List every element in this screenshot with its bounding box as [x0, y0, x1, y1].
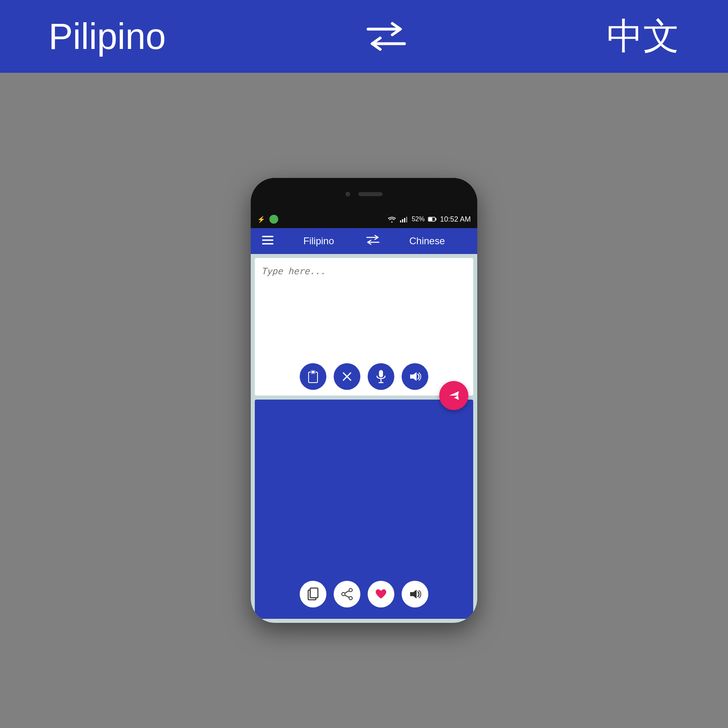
- phone-top-bar: [251, 178, 477, 210]
- svg-rect-11: [262, 243, 273, 245]
- wifi-icon: [387, 216, 396, 223]
- svg-rect-20: [379, 370, 383, 377]
- microphone-button[interactable]: [368, 363, 394, 390]
- output-copy-button[interactable]: [300, 581, 326, 607]
- toolbar-swap-button[interactable]: [361, 233, 385, 250]
- clipboard-button[interactable]: [300, 363, 326, 390]
- status-icons-left: ⚡: [257, 215, 278, 224]
- clear-button[interactable]: [334, 363, 360, 390]
- output-share-button[interactable]: [334, 581, 360, 607]
- source-language-label[interactable]: Filipino: [277, 235, 361, 247]
- send-translate-button[interactable]: [439, 381, 468, 410]
- status-icons-right: 52% 10:52 AM: [387, 215, 471, 224]
- svg-rect-4: [404, 218, 405, 222]
- phone-wrapper: ⚡ 52%: [251, 73, 477, 728]
- svg-rect-2: [400, 220, 401, 222]
- signal-icon: [400, 216, 408, 223]
- front-camera: [345, 192, 350, 197]
- svg-line-31: [345, 591, 349, 593]
- svg-rect-3: [402, 219, 403, 222]
- svg-point-29: [342, 593, 345, 596]
- target-language-label[interactable]: Chinese: [385, 235, 469, 247]
- output-favorite-button[interactable]: [368, 581, 394, 607]
- input-area: [255, 258, 473, 396]
- translation-input[interactable]: [255, 258, 473, 358]
- output-action-buttons: [255, 575, 473, 613]
- input-action-buttons: [255, 358, 473, 396]
- app-screen: Filipino Chinese: [251, 228, 477, 623]
- banner-target-lang: 中文: [607, 12, 679, 61]
- app-toolbar: Filipino Chinese: [251, 228, 477, 254]
- svg-point-28: [349, 588, 352, 592]
- notification-icon: [269, 215, 278, 224]
- hamburger-menu-button[interactable]: [259, 232, 277, 250]
- output-area: [255, 400, 473, 619]
- svg-line-32: [345, 595, 349, 597]
- status-time: 10:52 AM: [440, 215, 471, 224]
- svg-rect-27: [310, 588, 318, 598]
- banner-source-lang: Pilipino: [49, 16, 166, 57]
- usb-icon: ⚡: [257, 216, 265, 223]
- battery-icon: [428, 216, 437, 222]
- svg-rect-7: [429, 218, 432, 221]
- phone-device: ⚡ 52%: [251, 178, 477, 623]
- svg-marker-33: [410, 590, 417, 599]
- svg-rect-9: [262, 236, 273, 237]
- svg-marker-23: [410, 372, 417, 381]
- svg-rect-5: [406, 217, 407, 222]
- earpiece-speaker: [358, 192, 383, 196]
- input-volume-button[interactable]: [402, 363, 428, 390]
- output-volume-button[interactable]: [402, 581, 428, 607]
- banner-swap-icon[interactable]: [364, 20, 408, 53]
- svg-point-30: [349, 597, 352, 600]
- battery-percentage: 52%: [412, 216, 425, 223]
- svg-rect-17: [311, 371, 315, 373]
- svg-rect-10: [262, 239, 273, 241]
- svg-rect-8: [436, 218, 436, 220]
- android-status-bar: ⚡ 52%: [251, 210, 477, 228]
- top-banner: Pilipino 中文: [0, 0, 728, 73]
